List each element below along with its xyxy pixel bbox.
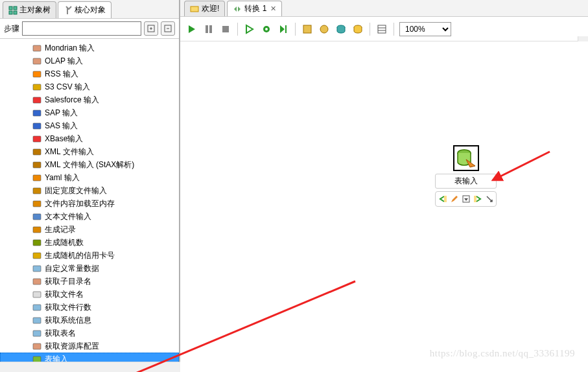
- step-type-icon: [32, 95, 41, 104]
- tree-item[interactable]: SAS 输入: [0, 119, 179, 132]
- tree-item[interactable]: RSS 输入: [0, 67, 179, 80]
- tree-item[interactable]: 获取子目录名: [0, 275, 179, 288]
- tree-item-label: XBase输入: [45, 134, 83, 145]
- tab-core-objects[interactable]: 核心对象: [58, 1, 112, 18]
- step-type-icon: [32, 82, 41, 91]
- tree-item[interactable]: XML 文件输入: [0, 145, 179, 158]
- tree-item[interactable]: 生成记录: [0, 223, 179, 236]
- collapse-all-button[interactable]: [161, 21, 175, 36]
- svg-point-39: [265, 28, 268, 30]
- step-inject-button[interactable]: [484, 194, 494, 204]
- close-icon[interactable]: ✕: [270, 5, 276, 13]
- sql-button[interactable]: [335, 23, 347, 36]
- tree-item[interactable]: Mondrian 输入: [0, 41, 179, 54]
- tree-item[interactable]: XBase输入: [0, 132, 179, 145]
- tree-item-label: SAS 输入: [45, 121, 78, 132]
- step-context-toolbar: [435, 191, 497, 207]
- tree-item[interactable]: Yaml 输入: [0, 171, 179, 184]
- tree-item-label: 固定宽度文件输入: [45, 185, 107, 196]
- tab-main-tree[interactable]: 主对象树: [3, 1, 56, 18]
- tree-item-label: OLAP 输入: [45, 56, 83, 67]
- tree-item[interactable]: 获取表名: [0, 327, 179, 340]
- tree-item-label: 获取子目录名: [45, 276, 91, 287]
- tree-item[interactable]: Salesforce 输入: [0, 93, 179, 106]
- step-label: 表输入: [435, 174, 497, 189]
- step-type-icon: [32, 160, 41, 169]
- left-tabs: 主对象树 核心对象: [0, 0, 179, 19]
- stop-button[interactable]: [219, 23, 232, 36]
- tree-item[interactable]: 获取系统信息: [0, 314, 179, 327]
- svg-rect-29: [33, 305, 41, 310]
- step-node-table-input[interactable]: 表输入: [435, 145, 497, 207]
- explore-button[interactable]: [351, 23, 364, 36]
- tree-item-label: 获取资源库配置: [45, 341, 99, 352]
- svg-rect-13: [33, 97, 41, 103]
- svg-rect-14: [33, 110, 41, 116]
- step-type-icon: [32, 251, 41, 260]
- step-type-icon: [32, 303, 41, 312]
- tree-item-label: Yaml 输入: [45, 172, 80, 183]
- preview-button[interactable]: [243, 23, 256, 36]
- tree-item[interactable]: 生成随机的信用卡号: [0, 249, 179, 262]
- tree-item[interactable]: XML 文件输入 (StAX解析): [0, 158, 179, 171]
- svg-rect-35: [206, 25, 208, 33]
- tree-item[interactable]: 固定宽度文件输入: [0, 184, 179, 197]
- show-results-button[interactable]: [375, 23, 388, 36]
- step-type-icon: [32, 329, 41, 338]
- tree-item[interactable]: S3 CSV 输入: [0, 80, 179, 93]
- step-type-icon: [32, 147, 41, 156]
- tree-item[interactable]: OLAP 输入: [0, 54, 179, 67]
- tree-item-label: 自定义常量数据: [45, 263, 99, 274]
- step-type-icon: [32, 290, 41, 299]
- separator: [237, 23, 238, 36]
- impact-button[interactable]: [318, 23, 331, 36]
- svg-rect-19: [33, 175, 41, 181]
- debug-button[interactable]: [260, 23, 273, 36]
- step-type-icon: [32, 212, 41, 221]
- tree-item[interactable]: 文件内容加载至内存: [0, 197, 179, 210]
- expand-all-button[interactable]: [144, 21, 158, 36]
- table-input-icon: [456, 148, 476, 169]
- step-type-icon: [32, 199, 41, 208]
- step-output-button[interactable]: [473, 194, 482, 204]
- step-type-icon: [32, 134, 41, 143]
- svg-rect-41: [303, 25, 311, 33]
- tree-item[interactable]: 生成随机数: [0, 236, 179, 249]
- svg-rect-24: [33, 240, 41, 246]
- svg-rect-2: [9, 11, 12, 14]
- object-tree[interactable]: Mondrian 输入OLAP 输入RSS 输入S3 CSV 输入Salesfo…: [0, 39, 179, 372]
- tree-item-label: Mondrian 输入: [45, 43, 95, 54]
- tree-item[interactable]: 文本文件输入: [0, 210, 179, 223]
- run-button[interactable]: [185, 23, 198, 36]
- editor-tabs: 欢迎! 转换 1 ✕: [180, 0, 588, 17]
- tree-item-label: 生成随机数: [45, 237, 84, 248]
- tab-transform-label: 转换 1: [244, 3, 266, 14]
- transformation-canvas[interactable]: 表输入 https://blog.csdn.net/qq_33361199: [180, 41, 588, 372]
- step-type-icon: [32, 43, 41, 52]
- tree-item-label: XML 文件输入 (StAX解析): [45, 159, 134, 170]
- tree-item[interactable]: 获取文件名: [0, 288, 179, 301]
- replay-button[interactable]: [277, 23, 290, 36]
- zoom-select[interactable]: 100%: [399, 22, 451, 36]
- tab-welcome[interactable]: 欢迎!: [184, 1, 225, 16]
- tree-item[interactable]: 获取文件行数: [0, 301, 179, 314]
- step-type-icon: [32, 342, 41, 351]
- tab-transform-1[interactable]: 转换 1 ✕: [227, 1, 282, 16]
- svg-rect-10: [33, 58, 41, 64]
- svg-rect-17: [33, 149, 41, 155]
- tree-item[interactable]: 自定义常量数据: [0, 262, 179, 275]
- step-edit-button[interactable]: [449, 194, 459, 204]
- pause-button[interactable]: [202, 23, 215, 36]
- search-label: 步骤: [4, 23, 19, 34]
- step-menu-button[interactable]: [461, 194, 471, 204]
- tree-item[interactable]: 获取资源库配置: [0, 340, 179, 353]
- svg-rect-3: [14, 11, 17, 14]
- tab-core-objects-label: 核心对象: [75, 5, 106, 16]
- verify-button[interactable]: [301, 23, 314, 36]
- svg-rect-9: [33, 45, 41, 51]
- tree-icon: [8, 6, 18, 15]
- step-input-button[interactable]: [438, 194, 447, 204]
- search-input[interactable]: [22, 21, 141, 36]
- tree-item-label: XML 文件输入: [45, 146, 94, 157]
- tree-item[interactable]: SAP 输入: [0, 106, 179, 119]
